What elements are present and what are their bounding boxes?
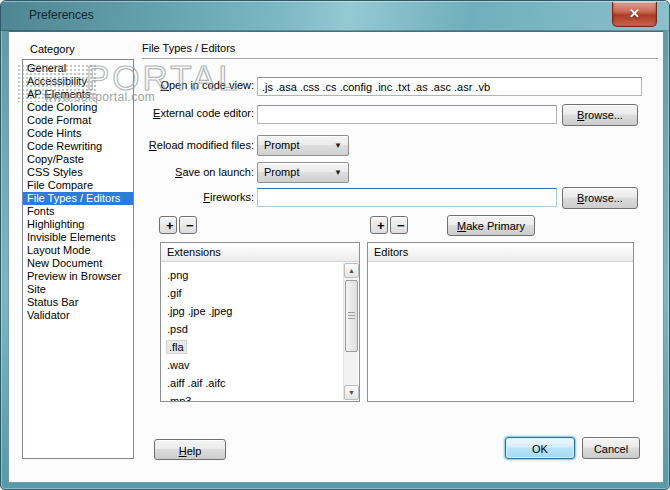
extensions-list: Extensions .png.gif.jpg .jpe .jpeg.psd.f… (160, 242, 360, 402)
category-item[interactable]: Code Format (23, 114, 133, 127)
fireworks-label: Fireworks: (127, 191, 254, 203)
preferences-dialog: Preferences ✕ Category GeneralAccessibil… (0, 0, 670, 490)
remove-editor-button[interactable]: − (390, 216, 408, 234)
page-title: File Types / Editors (142, 42, 235, 54)
open-in-code-view-label: Open in code view: (127, 79, 254, 91)
category-item[interactable]: Validator (23, 309, 133, 322)
extension-item[interactable]: .jpg .jpe .jpeg (161, 302, 343, 320)
category-item[interactable]: Copy/Paste (23, 153, 133, 166)
extension-item[interactable]: .aiff .aif .aifc (161, 374, 343, 392)
category-item[interactable]: Code Hints (23, 127, 133, 140)
external-editor-browse-button[interactable]: Browse... (562, 104, 638, 126)
combo-value: Prompt (264, 166, 299, 178)
add-editor-button[interactable]: + (370, 216, 388, 234)
category-label: Category (30, 43, 75, 55)
close-button[interactable]: ✕ (612, 2, 657, 27)
external-code-editor-input[interactable] (257, 105, 557, 124)
category-item[interactable]: Site (23, 283, 133, 296)
category-item[interactable]: Preview in Browser (23, 270, 133, 283)
ok-button[interactable]: OK (505, 437, 575, 459)
save-on-launch-label: Save on launch: (127, 166, 254, 178)
help-button[interactable]: Help (154, 439, 226, 460)
reload-modified-files-select[interactable]: Prompt ▼ (257, 135, 349, 156)
editors-list: Editors (367, 242, 634, 402)
fireworks-browse-button[interactable]: Browse... (562, 187, 638, 209)
category-item[interactable]: Invisible Elements (23, 231, 133, 244)
category-item[interactable]: AP Elements (23, 88, 133, 101)
cancel-button[interactable]: Cancel (582, 437, 640, 459)
editors-items[interactable] (368, 263, 633, 401)
fireworks-input[interactable] (257, 188, 557, 207)
make-primary-button[interactable]: Make Primary (447, 215, 535, 236)
category-item[interactable]: New Document (23, 257, 133, 270)
extension-item[interactable]: .mp3 (161, 392, 343, 401)
category-item[interactable]: Code Rewriting (23, 140, 133, 153)
category-item[interactable]: Accessibility (23, 75, 133, 88)
title-bar[interactable]: Preferences ✕ (1, 1, 669, 31)
window-title: Preferences (29, 8, 94, 22)
editors-header: Editors (368, 243, 633, 262)
extension-item[interactable]: .wav (161, 356, 343, 374)
category-item[interactable]: General (23, 62, 133, 75)
extension-item[interactable]: .psd (161, 320, 343, 338)
category-item[interactable]: Highlighting (23, 218, 133, 231)
combo-value: Prompt (264, 139, 299, 151)
open-in-code-view-input[interactable] (257, 77, 642, 96)
extensions-items[interactable]: .png.gif.jpg .jpe .jpeg.psd.fla.wav.aiff… (161, 263, 343, 401)
extensions-header: Extensions (161, 243, 359, 262)
save-on-launch-select[interactable]: Prompt ▼ (257, 162, 349, 183)
close-icon: ✕ (629, 6, 640, 21)
scroll-up-icon[interactable]: ▲ (344, 263, 359, 278)
reload-modified-files-label: Reload modified files: (127, 139, 254, 151)
scroll-down-icon[interactable]: ▼ (344, 385, 359, 400)
category-item[interactable]: Layout Mode (23, 244, 133, 257)
extension-item[interactable]: .fla (161, 338, 343, 356)
category-item[interactable]: CSS Styles (23, 166, 133, 179)
extension-item[interactable]: .png (161, 266, 343, 284)
chevron-down-icon: ▼ (334, 163, 342, 183)
heading-separator (142, 58, 658, 59)
category-item[interactable]: Status Bar (23, 296, 133, 309)
extensions-scrollbar[interactable]: ▲ ▼ (343, 263, 358, 400)
chevron-down-icon: ▼ (334, 136, 342, 156)
category-item[interactable]: File Types / Editors (23, 192, 133, 205)
dialog-content: Category GeneralAccessibilityAP Elements… (8, 31, 664, 483)
scrollbar-thumb[interactable] (345, 280, 358, 352)
external-code-editor-label: External code editor: (127, 107, 254, 119)
category-list[interactable]: GeneralAccessibilityAP ElementsCode Colo… (22, 59, 134, 459)
category-item[interactable]: Code Coloring (23, 101, 133, 114)
add-extension-button[interactable]: + (159, 216, 177, 234)
remove-extension-button[interactable]: − (179, 216, 197, 234)
category-item[interactable]: File Compare (23, 179, 133, 192)
extension-item[interactable]: .gif (161, 284, 343, 302)
category-item[interactable]: Fonts (23, 205, 133, 218)
